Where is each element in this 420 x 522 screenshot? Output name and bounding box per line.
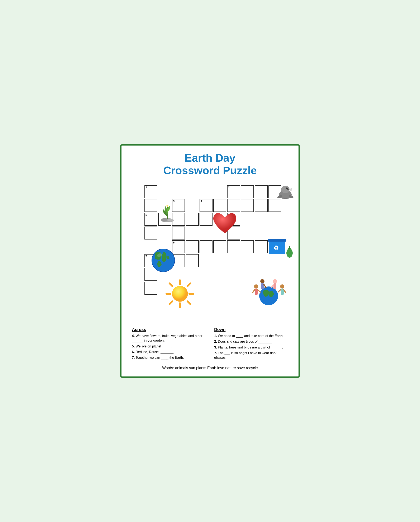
svg-point-43 (260, 279, 265, 283)
cell-5-2d (186, 213, 199, 226)
cell-2-0c (255, 185, 268, 198)
cell-4-1b (213, 199, 226, 212)
across-clue-5: 5. We live on planet _____. (132, 344, 206, 349)
down-clue-7: 7. The ___ is so bright I have to wear d… (214, 351, 288, 360)
down-clue-3: 3. Plants, trees and birds are a part of… (214, 345, 288, 350)
svg-line-48 (271, 284, 274, 288)
cell-7-5b (158, 254, 171, 267)
across-heading: Across (132, 327, 206, 332)
cell-5-2c (172, 213, 185, 226)
down-clue-2: 2. Dogs and cats are types of _______. (214, 339, 288, 344)
cell-1-0: 1 (145, 185, 157, 198)
svg-point-6 (165, 204, 167, 206)
svg-point-10 (286, 187, 288, 189)
word-bank: Words: animals sun plants Earth love nat… (130, 366, 290, 370)
cell-6-4f (241, 240, 254, 253)
cell-7-5c (172, 254, 185, 267)
cell-5-2e (199, 213, 213, 226)
cell-2-0d (268, 185, 281, 198)
cell-6-4d (213, 240, 226, 253)
svg-rect-26 (288, 248, 291, 254)
page: Earth Day Crossword Puzzle 1 2 3 4 5 (120, 144, 300, 378)
cell-5-2b (158, 213, 171, 226)
svg-point-7 (168, 204, 170, 206)
cell-1-3 (145, 227, 157, 239)
svg-line-13 (289, 188, 292, 189)
svg-point-12 (287, 189, 289, 190)
svg-point-36 (172, 286, 188, 302)
crossword-area: 1 2 3 4 5 6 (130, 181, 290, 323)
cell-4-1e (255, 199, 268, 212)
svg-line-51 (278, 290, 281, 292)
svg-rect-50 (281, 289, 284, 295)
svg-point-37 (259, 286, 278, 305)
people-illustration (251, 277, 286, 309)
across-clue-7: 7. Together we can ____ the Earth. (132, 355, 206, 360)
down-clue-1: 1. We need to ____ and take care of the … (214, 334, 288, 338)
page-title: Earth Day Crossword Puzzle (130, 152, 290, 177)
cell-6-4c (199, 240, 213, 253)
cell-2-2 (227, 213, 240, 226)
cell-6-4a: 6 (172, 240, 185, 253)
svg-text:♻: ♻ (274, 245, 279, 251)
down-clues: Down 1. We need to ____ and take care of… (214, 327, 288, 361)
cell-4-1f (268, 199, 281, 212)
clues-section: Across 4. We have flowers, fruits, veget… (130, 327, 290, 361)
svg-rect-44 (261, 283, 264, 289)
cell-4-1a: 4 (199, 199, 213, 212)
cell-1-1 (145, 199, 157, 212)
svg-point-11 (287, 188, 287, 188)
svg-point-49 (280, 284, 284, 289)
svg-point-25 (286, 248, 293, 258)
cell-3-1: 3 (172, 199, 185, 212)
cell-2-0: 2 (227, 185, 240, 198)
svg-rect-47 (274, 283, 276, 289)
recycle-illustration: ♻ (268, 235, 295, 259)
svg-point-4 (166, 204, 169, 207)
cell-7-5d (186, 254, 199, 267)
svg-line-15 (289, 190, 292, 191)
cell-6-4e (227, 240, 240, 253)
svg-line-33 (187, 301, 190, 304)
cell-7-5a: 7 (145, 254, 157, 267)
across-clues: Across 4. We have flowers, fruits, veget… (132, 327, 206, 361)
svg-point-9 (281, 186, 290, 193)
svg-line-41 (252, 290, 255, 293)
down-heading: Down (214, 327, 288, 332)
svg-point-5 (166, 205, 168, 207)
svg-rect-23 (268, 239, 286, 242)
cell-4-1d (241, 199, 254, 212)
svg-line-52 (284, 290, 286, 293)
svg-line-34 (187, 283, 190, 286)
svg-line-32 (169, 283, 172, 286)
svg-point-46 (273, 279, 277, 283)
svg-line-35 (169, 301, 172, 304)
cell-2-3 (227, 227, 240, 239)
cell-3-3 (172, 227, 185, 239)
cell-6-4b (186, 240, 199, 253)
svg-rect-40 (255, 289, 258, 295)
across-clue-4: 4. We have flowers, fruits, vegetables a… (132, 334, 206, 343)
cell-7-7 (145, 282, 157, 295)
across-clue-6: 6. Reduce, Reuse, _______. (132, 350, 206, 354)
cell-2-0b (241, 185, 254, 198)
svg-line-45 (264, 284, 266, 288)
cell-5-2a: 5 (145, 213, 157, 226)
svg-point-39 (254, 284, 258, 289)
cell-7-6 (145, 268, 157, 281)
svg-point-17 (288, 195, 294, 199)
cell-4-1c (227, 199, 240, 212)
svg-rect-27 (289, 246, 290, 249)
sun-illustration (165, 279, 195, 309)
svg-line-42 (258, 290, 260, 292)
cell-6-4g (255, 240, 268, 253)
svg-rect-22 (269, 240, 285, 254)
svg-point-38 (259, 286, 278, 305)
